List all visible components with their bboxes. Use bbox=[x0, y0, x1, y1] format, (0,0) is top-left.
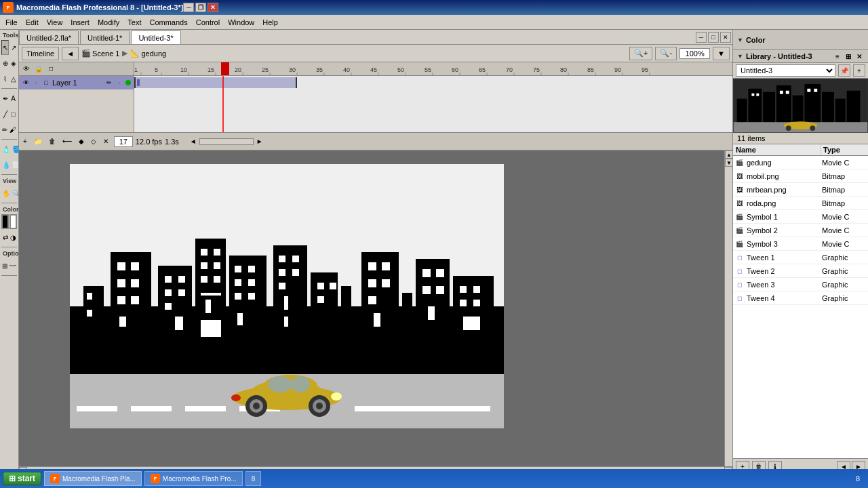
paint-bucket-tool[interactable]: 🪣 bbox=[12, 142, 19, 157]
layer-keyframe-icon[interactable] bbox=[125, 80, 131, 85]
lib-item-tween2[interactable]: ◻ Tween 2 Graphic bbox=[733, 264, 868, 278]
zoom-tool[interactable]: 🔍 bbox=[12, 186, 19, 201]
color-panel-arrow[interactable]: ▼ bbox=[737, 37, 743, 43]
timeline-tab-btn[interactable]: Timeline bbox=[22, 47, 59, 60]
restore-button[interactable]: ❐ bbox=[195, 3, 206, 12]
tab-restore-btn[interactable]: ─ bbox=[696, 32, 707, 43]
line-tool[interactable]: ╱ bbox=[1, 106, 9, 121]
fill-color[interactable] bbox=[9, 214, 17, 229]
tab-untitled3[interactable]: Untitled-3* bbox=[131, 30, 180, 44]
taskbar-item-8[interactable]: 8 bbox=[245, 471, 262, 486]
tab-close-btn[interactable]: ✕ bbox=[720, 32, 731, 43]
zoom-in-btn[interactable]: 🔍+ bbox=[629, 47, 652, 60]
stroke-color[interactable] bbox=[1, 214, 9, 229]
lib-icon-1[interactable]: ≡ bbox=[833, 52, 842, 61]
timeline-scroll-bar[interactable] bbox=[199, 138, 254, 145]
layer-outline-icon[interactable]: □ bbox=[42, 79, 50, 87]
back-btn[interactable]: ◄ bbox=[62, 47, 79, 60]
text-tool[interactable]: A bbox=[9, 91, 17, 106]
layer-add-icon[interactable]: · bbox=[115, 79, 123, 87]
fill-transform-tool[interactable]: ◈ bbox=[9, 56, 17, 70]
stage-canvas-area[interactable] bbox=[19, 150, 724, 466]
lib-col-type[interactable]: Type bbox=[821, 144, 868, 155]
library-panel-arrow[interactable]: ▼ bbox=[737, 53, 743, 60]
lib-new-btn[interactable]: + bbox=[853, 64, 865, 77]
poly-tool[interactable]: △ bbox=[9, 71, 17, 86]
menu-view[interactable]: View bbox=[43, 17, 67, 28]
delete-layer-btn[interactable]: 🗑 bbox=[47, 136, 57, 146]
hide-all-icon[interactable]: 👁 bbox=[22, 64, 31, 74]
lib-item-gedung[interactable]: 🎬 gedung Movie C bbox=[733, 156, 868, 169]
lib-item-mrbean[interactable]: 🖼 mrbean.png Bitmap bbox=[733, 183, 868, 197]
insert-keyframe-btn[interactable]: ◆ bbox=[77, 136, 85, 146]
smooth-btn[interactable]: 〰 bbox=[9, 258, 17, 273]
eraser-tool[interactable]: ⬜ bbox=[12, 157, 19, 172]
default-colors[interactable]: ◑ bbox=[9, 230, 17, 245]
symbol-name[interactable]: gedung bbox=[141, 49, 166, 58]
snap-btn[interactable]: ⊞ bbox=[1, 258, 8, 273]
stage[interactable] bbox=[70, 164, 504, 428]
lib-col-name[interactable]: Name bbox=[733, 144, 821, 155]
library-select[interactable]: Untitled-3 bbox=[736, 64, 835, 77]
start-button[interactable]: ⊞ start bbox=[3, 472, 41, 485]
menu-control[interactable]: Control bbox=[192, 17, 224, 28]
playback-scroll-right[interactable]: ► bbox=[255, 136, 264, 146]
pen-tool[interactable]: ✒ bbox=[1, 91, 9, 106]
swap-colors[interactable]: ⇄ bbox=[1, 230, 9, 245]
lib-item-tween1[interactable]: ◻ Tween 1 Graphic bbox=[733, 251, 868, 264]
lib-item-symbol2[interactable]: 🎬 Symbol 2 Movie C bbox=[733, 224, 868, 237]
tab-max-btn[interactable]: □ bbox=[708, 32, 719, 43]
layer-visibility-icon[interactable]: 👁 bbox=[22, 79, 30, 87]
scene-name[interactable]: Scene 1 bbox=[92, 49, 119, 58]
zoom-value[interactable]: 100% bbox=[679, 48, 710, 59]
lib-item-symbol1[interactable]: 🎬 Symbol 1 Movie C bbox=[733, 210, 868, 224]
taskbar-item-flash1[interactable]: F Macromedia Flash Pla... bbox=[44, 471, 142, 486]
lib-icon-2[interactable]: ⊞ bbox=[844, 52, 853, 61]
lib-item-roda[interactable]: 🖼 roda.png Bitmap bbox=[733, 197, 868, 210]
menu-text[interactable]: Text bbox=[123, 17, 145, 28]
vscroll-up-btn[interactable]: ▲ bbox=[725, 150, 732, 159]
minimize-button[interactable]: ─ bbox=[183, 3, 194, 12]
rect-tool[interactable]: □ bbox=[9, 106, 17, 121]
lib-item-symbol3[interactable]: 🎬 Symbol 3 Movie C bbox=[733, 237, 868, 251]
timeline-ruler[interactable]: 1 5 10 15 20 25 bbox=[134, 62, 732, 76]
lib-icon-3[interactable]: ✕ bbox=[854, 52, 864, 61]
lib-item-tween4[interactable]: ◻ Tween 4 Graphic bbox=[733, 291, 868, 305]
free-transform-tool[interactable]: ⊕ bbox=[1, 56, 9, 70]
pencil-tool[interactable]: ✏ bbox=[1, 122, 8, 137]
lib-item-tween3[interactable]: ◻ Tween 3 Graphic bbox=[733, 278, 868, 291]
selection-tool[interactable]: ↖ bbox=[1, 40, 9, 55]
lib-item-mobil[interactable]: 🖼 mobil.png Bitmap bbox=[733, 169, 868, 183]
brush-tool[interactable]: 🖌 bbox=[9, 122, 17, 137]
layer-lock-icon[interactable]: · bbox=[32, 79, 40, 87]
menu-modify[interactable]: Modify bbox=[94, 17, 123, 28]
insert-blank-keyframe-btn[interactable]: ◇ bbox=[90, 136, 98, 146]
close-button[interactable]: ✕ bbox=[208, 3, 218, 12]
menu-commands[interactable]: Commands bbox=[145, 17, 191, 28]
menu-edit[interactable]: Edit bbox=[22, 17, 43, 28]
lib-pin-btn[interactable]: 📌 bbox=[838, 64, 850, 77]
current-frame[interactable]: 17 bbox=[114, 136, 133, 147]
stage-vscroll[interactable]: ▲ ▼ bbox=[724, 150, 732, 466]
playback-icon[interactable]: ⟵ bbox=[61, 136, 73, 146]
zoom-dropdown[interactable]: ▼ bbox=[713, 47, 730, 60]
taskbar-item-flash2[interactable]: F Macromedia Flash Pro... bbox=[144, 471, 243, 486]
menu-file[interactable]: File bbox=[1, 17, 22, 28]
menu-help[interactable]: Help bbox=[258, 17, 282, 28]
tab-untitled1[interactable]: Untitled-1* bbox=[80, 30, 130, 44]
frame-content[interactable] bbox=[134, 76, 732, 132]
menu-window[interactable]: Window bbox=[224, 17, 258, 28]
eyedropper-tool[interactable]: 💧 bbox=[1, 157, 11, 172]
lasso-tool[interactable]: ⌇ bbox=[1, 71, 9, 86]
add-layer-folder-btn[interactable]: 📁 bbox=[33, 136, 43, 146]
lock-all-icon[interactable]: 🔒 bbox=[34, 64, 43, 74]
subselection-tool[interactable]: ↗ bbox=[9, 40, 17, 55]
vscroll-down-btn[interactable]: ▼ bbox=[725, 159, 732, 167]
layer-row-1[interactable]: 👁 · □ Layer 1 ✏ · bbox=[19, 76, 134, 89]
hand-tool[interactable]: ✋ bbox=[1, 186, 11, 201]
outline-all-icon[interactable]: □ bbox=[46, 64, 56, 74]
zoom-out-btn[interactable]: 🔍- bbox=[655, 47, 677, 60]
remove-frame-btn[interactable]: ✕ bbox=[102, 136, 110, 146]
tab-untitled2[interactable]: Untitled-2.fla* bbox=[19, 30, 79, 44]
playback-scroll-left[interactable]: ◄ bbox=[189, 136, 198, 146]
